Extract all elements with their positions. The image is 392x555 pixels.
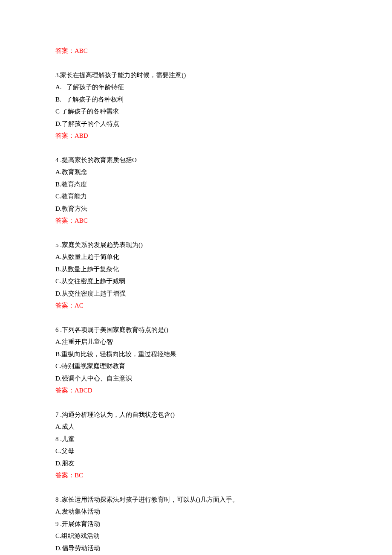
option-a: A.注重开启儿童心智	[55, 336, 337, 348]
option-b: 8 .儿童	[55, 433, 337, 445]
answer: 答案：ABD	[55, 130, 337, 142]
question-5: 5 .家庭关系的发展趋势表现为() A.从数量上趋于简单化 B.从数量上趋于复杂…	[55, 239, 337, 312]
option-c: C.教育能力	[55, 190, 337, 203]
option-c: C 了解孩子的各种需求	[55, 105, 337, 118]
option-b: B. 了解孩子的各种权利	[55, 93, 337, 106]
question-6: 6 .下列各项属于美国家庭教育特点的是() A.注重开启儿童心智 B.重纵向比较…	[55, 324, 337, 397]
question-text: 3.家长在提高理解孩子能力的时候，需要注意()	[55, 69, 337, 81]
answer: 答案：BC	[55, 469, 337, 482]
option-c: C.父母	[55, 445, 337, 457]
question-text: 5 .家庭关系的发展趋势表现为()	[55, 239, 337, 251]
option-d: D.倡导劳动活动	[55, 542, 337, 555]
question-text: 8 .家长运用活动探索法对孩子进行教育时，可以从()几方面入手。	[55, 494, 337, 506]
option-b: B.从数量上趋于复杂化	[55, 263, 337, 276]
option-b: 9 .开展体育活动	[55, 518, 337, 530]
question-8: 8 .家长运用活动探索法对孩子进行教育时，可以从()几方面入手。 A,发动集体活…	[55, 494, 337, 555]
option-d: D.从交往密度上趋于增强	[55, 288, 337, 300]
answer: 答案：ABC	[55, 215, 337, 227]
option-a: A.从数量上趋于简单化	[55, 251, 337, 263]
option-d: D.教育方法	[55, 203, 337, 215]
question-7: 7 .沟通分析理论认为，人的自我状态包含() A.成人 8 .儿童 C.父母 D…	[55, 409, 337, 482]
option-d: D.了解孩子的个人特点	[55, 118, 337, 130]
question-text: 6 .下列各项属于美国家庭教育特点的是()	[55, 324, 337, 336]
option-d: D.朋友	[55, 457, 337, 470]
option-c: C.组织游戏活动	[55, 530, 337, 542]
option-c: C.特别重视家庭理财教育	[55, 360, 337, 372]
question-4: 4 .提高家长的教育素质包括O A.教育观念 B.教育态度 C.教育能力 D.教…	[55, 154, 337, 227]
option-d: D.强调个人中心、自主意识	[55, 372, 337, 385]
option-a: A.成人	[55, 421, 337, 433]
page-content: 答案：ABC 3.家长在提高理解孩子能力的时候，需要注意() A. 了解孩子的年…	[0, 0, 392, 555]
answer: 答案：ABCD	[55, 384, 337, 397]
answer: 答案：AC	[55, 299, 337, 312]
option-c: C.从交往密度上趋于减弱	[55, 275, 337, 288]
option-a: A. 了解孩子的年龄特征	[55, 81, 337, 93]
top-answer: 答案：ABC	[55, 45, 337, 57]
question-text: 4 .提高家长的教育素质包括O	[55, 154, 337, 166]
option-a: A.教育观念	[55, 166, 337, 178]
question-text: 7 .沟通分析理论认为，人的自我状态包含()	[55, 409, 337, 421]
option-a: A,发动集体活动	[55, 506, 337, 518]
question-3: 3.家长在提高理解孩子能力的时候，需要注意() A. 了解孩子的年龄特征 B. …	[55, 69, 337, 142]
option-b: B.重纵向比较，轻横向比较，重过程轻结果	[55, 348, 337, 360]
option-b: B.教育态度	[55, 178, 337, 191]
